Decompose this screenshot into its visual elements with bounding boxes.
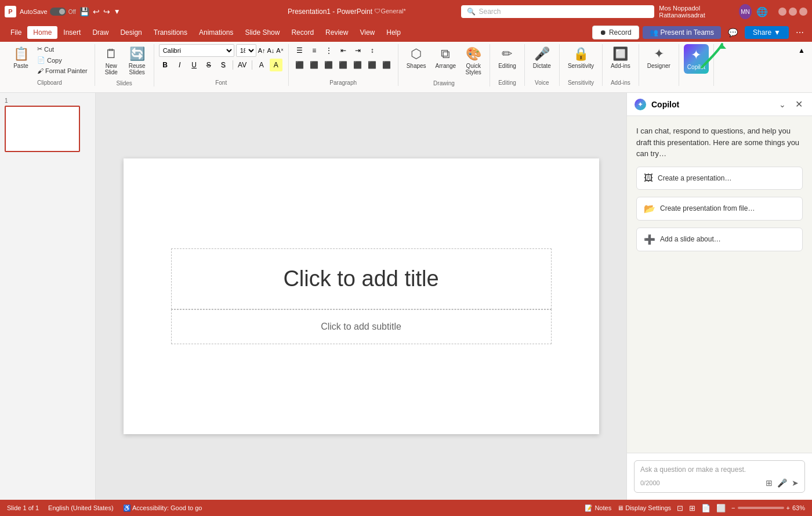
more-options-icon[interactable]: ⋯ bbox=[792, 26, 807, 39]
slide-sorter-icon[interactable]: ⊞ bbox=[689, 504, 695, 513]
format-painter-button[interactable]: 🖌 Format Painter bbox=[35, 66, 90, 75]
canvas-area: Click to add title Click to add subtitle bbox=[96, 93, 626, 500]
redo-icon[interactable]: ↪ bbox=[103, 7, 110, 16]
notes-button[interactable]: 📝 Notes bbox=[585, 504, 611, 512]
copilot-input-area[interactable]: Ask a question or make a request. 0/2000… bbox=[634, 460, 805, 493]
editing-button[interactable]: ✏ Editing bbox=[495, 44, 520, 71]
align-left-button[interactable]: ⬛ bbox=[293, 59, 306, 71]
indent-decrease-button[interactable]: ⇤ bbox=[337, 44, 350, 57]
zoom-percent: 63% bbox=[792, 504, 805, 511]
line-spacing-button[interactable]: ↕ bbox=[366, 44, 379, 57]
quick-access-icons: 💾 ↩ ↪ ▼ bbox=[79, 7, 121, 16]
zoom-out-icon[interactable]: − bbox=[731, 504, 735, 511]
record-button[interactable]: ⏺ Record bbox=[592, 26, 639, 39]
menu-item-file[interactable]: File bbox=[5, 26, 27, 39]
copilot-send-icon[interactable]: ➤ bbox=[792, 478, 799, 488]
sensitivity-button[interactable]: 🔒 Sensitivity bbox=[564, 44, 597, 71]
paste-button[interactable]: 📋 Paste bbox=[9, 44, 32, 71]
comments-button[interactable]: 💬 bbox=[724, 26, 741, 39]
copilot-input-bottom: 0/2000 ⊞ 🎤 ➤ bbox=[640, 478, 799, 488]
menu-item-help[interactable]: Help bbox=[380, 26, 407, 39]
align-center-button[interactable]: ⬛ bbox=[308, 59, 321, 71]
font-color-button[interactable]: A bbox=[255, 59, 268, 71]
autosave-toggle[interactable] bbox=[50, 8, 66, 16]
copilot-close-button[interactable]: ✕ bbox=[793, 98, 805, 111]
indent-increase-button[interactable]: ⇥ bbox=[351, 44, 364, 57]
decrease-font-icon[interactable]: A↓ bbox=[267, 47, 275, 54]
menu-item-draw[interactable]: Draw bbox=[86, 26, 114, 39]
menu-item-insert[interactable]: Insert bbox=[57, 26, 86, 39]
slide-subtitle-area[interactable]: Click to add subtitle bbox=[171, 309, 552, 344]
accessibility-label: ♿ Accessibility: Good to go bbox=[123, 504, 202, 512]
save-icon[interactable]: 💾 bbox=[79, 7, 89, 16]
menu-item-animations[interactable]: Animations bbox=[193, 26, 239, 39]
shadow-button[interactable]: S bbox=[217, 59, 230, 71]
menu-item-review[interactable]: Review bbox=[320, 26, 354, 39]
menu-item-slideshow[interactable]: Slide Show bbox=[239, 26, 285, 39]
font-name-select[interactable]: Calibri bbox=[159, 44, 234, 57]
share-button[interactable]: Share ▼ bbox=[745, 26, 789, 39]
undo-icon[interactable]: ↩ bbox=[93, 7, 100, 16]
arrange-button[interactable]: ⧉ Arrange bbox=[432, 44, 460, 71]
close-button[interactable]: ✕ bbox=[799, 8, 807, 16]
minimize-button[interactable]: — bbox=[778, 8, 786, 16]
presentation-view-icon[interactable]: ⬜ bbox=[716, 504, 726, 513]
copilot-chevron-button[interactable]: ⌄ bbox=[777, 99, 788, 110]
list-bullets-button[interactable]: ☰ bbox=[293, 44, 306, 57]
slide-canvas: Click to add title Click to add subtitle bbox=[124, 158, 599, 434]
convert-smartart-button[interactable]: ⬛ bbox=[380, 59, 393, 71]
normal-view-icon[interactable]: ⊡ bbox=[677, 504, 683, 513]
designer-button[interactable]: ✦ Designer bbox=[644, 44, 674, 71]
zoom-slider[interactable] bbox=[738, 507, 784, 509]
bold-button[interactable]: B bbox=[159, 59, 172, 71]
copilot-action-add-slide[interactable]: ➕ Add a slide about… bbox=[636, 228, 803, 251]
globe-icon[interactable]: 🌐 bbox=[756, 6, 768, 17]
text-direction-button[interactable]: ⬛ bbox=[366, 59, 379, 71]
reading-view-icon[interactable]: 📄 bbox=[701, 504, 710, 513]
char-spacing-button[interactable]: AV bbox=[236, 59, 249, 71]
increase-font-icon[interactable]: A↑ bbox=[258, 47, 266, 54]
strikethrough-button[interactable]: S bbox=[202, 59, 215, 71]
menu-item-design[interactable]: Design bbox=[114, 26, 147, 39]
maximize-button[interactable]: □ bbox=[789, 8, 797, 16]
customize-icon[interactable]: ▼ bbox=[114, 8, 121, 16]
autosave-area: AutoSave Off bbox=[20, 8, 76, 16]
shapes-button[interactable]: ⬡ Shapes bbox=[403, 44, 430, 71]
cut-button[interactable]: ✂ Cut bbox=[35, 44, 90, 54]
copilot-mic-icon[interactable]: 🎤 bbox=[777, 478, 787, 488]
display-settings-button[interactable]: 🖥 Display Settings bbox=[617, 504, 671, 511]
list-numbers-button[interactable]: ≡ bbox=[308, 44, 321, 57]
font-size-select[interactable]: 18 bbox=[236, 44, 256, 57]
slide-thumbnail[interactable] bbox=[5, 106, 80, 152]
copy-button[interactable]: 📄 Copy bbox=[35, 55, 90, 65]
copilot-intro-text: I can chat, respond to questions, and he… bbox=[636, 125, 803, 160]
quick-styles-button[interactable]: 🎨 Quick Styles bbox=[462, 44, 485, 78]
search-box[interactable]: 🔍 Search bbox=[461, 5, 655, 18]
zoom-in-icon[interactable]: + bbox=[786, 504, 790, 511]
safe-text: General* bbox=[380, 8, 405, 16]
menu-item-record[interactable]: Record bbox=[285, 26, 320, 39]
italic-button[interactable]: I bbox=[173, 59, 186, 71]
copilot-action-create-presentation[interactable]: 🖼 Create a presentation… bbox=[636, 167, 803, 190]
menu-item-view[interactable]: View bbox=[354, 26, 380, 39]
addins-button[interactable]: 🔲 Add-ins bbox=[607, 44, 634, 71]
copilot-format-icon[interactable]: ⊞ bbox=[766, 478, 773, 488]
slide-title-area[interactable]: Click to add title bbox=[171, 248, 552, 309]
menu-item-home[interactable]: Home bbox=[27, 26, 57, 39]
ribbon-expand-button[interactable]: ▲ bbox=[796, 44, 807, 57]
clear-format-icon[interactable]: Aˣ bbox=[276, 47, 283, 55]
highlight-button[interactable]: A bbox=[270, 59, 282, 71]
present-teams-button[interactable]: 👥 Present in Teams bbox=[643, 26, 722, 39]
new-slide-button[interactable]: 🗒 New Slide bbox=[100, 44, 123, 78]
menu-item-transitions[interactable]: Transitions bbox=[148, 26, 193, 39]
underline-button[interactable]: U bbox=[188, 59, 201, 71]
align-right-button[interactable]: ⬛ bbox=[322, 59, 335, 71]
copilot-action-create-from-file[interactable]: 📂 Create presentation from file… bbox=[636, 197, 803, 221]
columns-button[interactable]: ⬛ bbox=[351, 59, 364, 71]
avatar[interactable]: MN bbox=[739, 4, 752, 19]
dictate-button[interactable]: 🎤 Dictate bbox=[530, 44, 554, 71]
align-justify-button[interactable]: ⬛ bbox=[337, 59, 350, 71]
list-multi-button[interactable]: ⋮ bbox=[322, 44, 335, 57]
editing-group-label: Editing bbox=[498, 77, 516, 86]
reuse-slides-button[interactable]: 🔄 Reuse Slides bbox=[125, 44, 149, 78]
